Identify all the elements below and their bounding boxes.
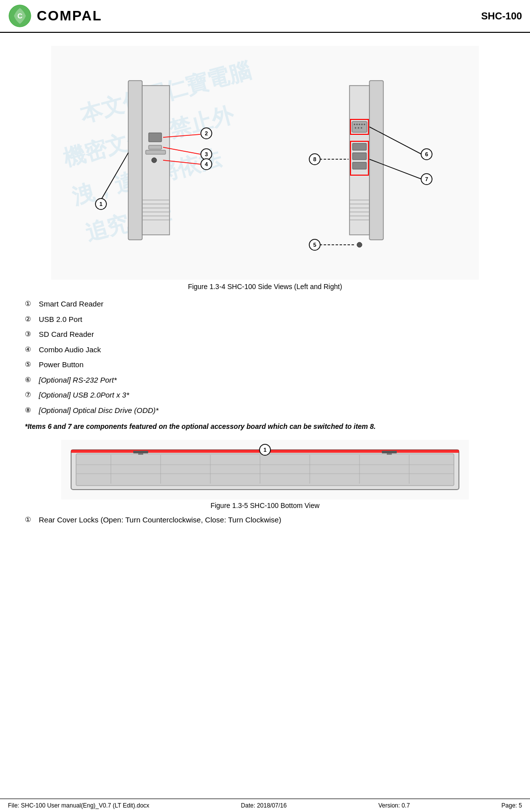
item-num-5: ⑤ bbox=[25, 359, 39, 370]
item-num-2: ② bbox=[25, 314, 39, 324]
note-text: *Items 6 and 7 are components featured o… bbox=[25, 421, 505, 432]
svg-text:2: 2 bbox=[205, 130, 208, 136]
list-item: ⑤ Power Button bbox=[25, 359, 515, 371]
item-label-1: Smart Card Reader bbox=[39, 299, 103, 310]
svg-point-45 bbox=[364, 124, 365, 125]
main-content: 本文件屬仁寶電腦 機密文件，禁止外 洩，違者將依法 追究責任 bbox=[0, 33, 530, 539]
svg-text:7: 7 bbox=[425, 176, 428, 182]
bottom-item-num-1: ① bbox=[25, 514, 39, 525]
compal-logo-icon: C bbox=[8, 4, 32, 28]
item-num-3: ③ bbox=[25, 329, 39, 339]
list-item: ③ SD Card Reader bbox=[25, 329, 515, 340]
bottom-item-label-1: Rear Cover Locks (Open: Turn Countercloc… bbox=[39, 514, 281, 526]
svg-rect-7 bbox=[128, 81, 142, 240]
item-label-3: SD Card Reader bbox=[39, 329, 94, 340]
svg-text:5: 5 bbox=[313, 242, 316, 248]
svg-rect-82 bbox=[387, 453, 392, 455]
item-num-8: ⑧ bbox=[25, 405, 39, 415]
svg-rect-2 bbox=[51, 46, 479, 280]
svg-point-41 bbox=[354, 124, 355, 125]
footer-file: File: SHC-100 User manual(Eng)_V0.7 (LT … bbox=[8, 802, 149, 809]
page-footer: File: SHC-100 User manual(Eng)_V0.7 (LT … bbox=[0, 799, 530, 812]
item-label-6: [Optional] RS-232 Port* bbox=[39, 375, 117, 386]
footer-date: Date: 2018/07/16 bbox=[241, 802, 287, 809]
svg-rect-80 bbox=[138, 453, 143, 455]
item-label-5: Power Button bbox=[39, 359, 84, 371]
svg-point-47 bbox=[358, 127, 359, 129]
item-num-6: ⑥ bbox=[25, 375, 39, 385]
svg-point-48 bbox=[361, 127, 362, 129]
svg-text:1: 1 bbox=[99, 201, 102, 207]
list-item: ④ Combo Audio Jack bbox=[25, 344, 515, 356]
item-label-4: Combo Audio Jack bbox=[39, 344, 101, 356]
logo-area: C COMPAL bbox=[8, 4, 102, 28]
svg-text:6: 6 bbox=[425, 151, 428, 157]
item-label-2: USB 2.0 Port bbox=[39, 314, 83, 325]
svg-point-42 bbox=[356, 124, 358, 125]
footer-page: Page: 5 bbox=[502, 802, 522, 809]
footer-version: Version: 0.7 bbox=[378, 802, 410, 809]
item-list: ① Smart Card Reader ② USB 2.0 Port ③ SD … bbox=[25, 299, 515, 416]
svg-rect-51 bbox=[353, 153, 366, 160]
svg-rect-68 bbox=[76, 454, 454, 486]
figure2-caption: Figure 1.3-5 SHC-100 Bottom View bbox=[15, 502, 515, 509]
svg-rect-50 bbox=[353, 143, 366, 150]
item-label-7: [Optional] USB 2.0Port x 3* bbox=[39, 390, 129, 401]
svg-rect-17 bbox=[149, 145, 162, 149]
logo-text: COMPAL bbox=[37, 8, 102, 24]
svg-point-46 bbox=[355, 127, 356, 129]
figure1-caption: Figure 1.3-4 SHC-100 Side Views (Left an… bbox=[15, 283, 515, 291]
svg-text:C: C bbox=[17, 12, 22, 20]
figure2-area: 1 bbox=[15, 440, 515, 500]
item-num-4: ④ bbox=[25, 344, 39, 355]
svg-text:1: 1 bbox=[264, 447, 266, 453]
svg-rect-16 bbox=[149, 133, 162, 142]
svg-point-18 bbox=[152, 158, 157, 163]
figure1-svg-container: 本文件屬仁寶電腦 機密文件，禁止外 洩，違者將依法 追究責任 bbox=[51, 46, 479, 280]
list-item: ① Smart Card Reader bbox=[25, 299, 515, 310]
list-item: ⑥ [Optional] RS-232 Port* bbox=[25, 375, 515, 386]
figure1-area: 本文件屬仁寶電腦 機密文件，禁止外 洩，違者將依法 追究責任 bbox=[15, 46, 515, 280]
page-header: C COMPAL SHC-100 bbox=[0, 0, 530, 33]
item-num-7: ⑦ bbox=[25, 390, 39, 400]
list-item: ⑧ [Optional] Optical Disc Drive (ODD)* bbox=[25, 405, 515, 416]
figure2-svg: 1 bbox=[61, 440, 469, 500]
svg-point-43 bbox=[359, 124, 360, 125]
svg-rect-79 bbox=[133, 451, 148, 453]
figure1-svg: 本文件屬仁寶電腦 機密文件，禁止外 洩，違者將依法 追究責任 bbox=[51, 46, 479, 280]
bottom-list-item: ① Rear Cover Locks (Open: Turn Countercl… bbox=[25, 514, 515, 526]
doc-id: SHC-100 bbox=[481, 10, 522, 22]
svg-text:8: 8 bbox=[313, 156, 316, 162]
svg-text:4: 4 bbox=[205, 161, 208, 167]
item-num-1: ① bbox=[25, 299, 39, 309]
svg-rect-32 bbox=[350, 86, 369, 235]
svg-rect-52 bbox=[353, 162, 366, 169]
svg-rect-81 bbox=[382, 451, 397, 453]
list-item: ⑦ [Optional] USB 2.0Port x 3* bbox=[25, 390, 515, 401]
item-label-8: [Optional] Optical Disc Drive (ODD)* bbox=[39, 405, 159, 416]
svg-rect-15 bbox=[146, 150, 166, 154]
list-item: ② USB 2.0 Port bbox=[25, 314, 515, 325]
svg-point-44 bbox=[361, 124, 363, 125]
svg-text:3: 3 bbox=[205, 151, 208, 157]
svg-rect-40 bbox=[352, 121, 367, 132]
bottom-list: ① Rear Cover Locks (Open: Turn Countercl… bbox=[25, 514, 515, 526]
svg-point-53 bbox=[357, 242, 362, 247]
